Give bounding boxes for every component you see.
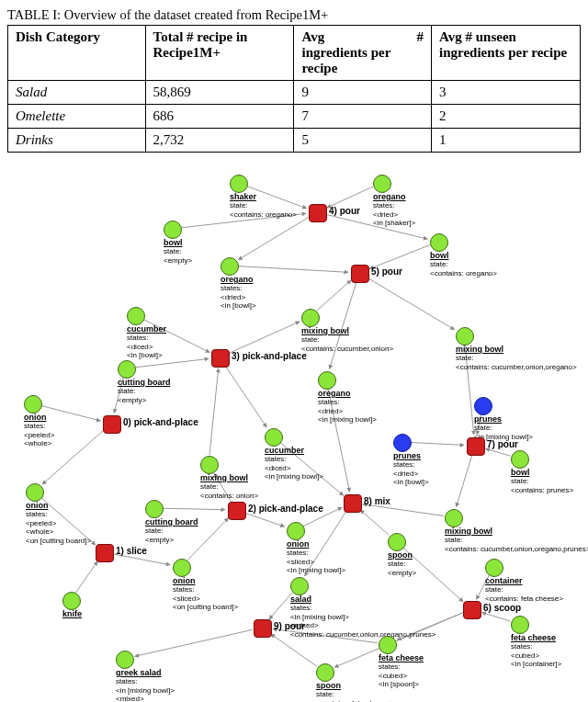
dataset-table: Dish Category Total # recipe in Recipe1M… (7, 25, 581, 153)
svg-line-4 (238, 217, 309, 260)
action-square-icon (228, 502, 246, 520)
object-dot-icon (127, 307, 145, 325)
svg-line-26 (411, 442, 464, 445)
object-label: containerstate:<contains: feta cheese> (485, 577, 563, 603)
action-label: 3) pick-and-place (232, 352, 307, 362)
object-label: feta cheesestates:<cubed><in [container]… (511, 634, 561, 669)
object-dot-icon (373, 175, 391, 193)
action-square-icon (351, 265, 369, 283)
svg-line-37 (481, 613, 510, 622)
cell-avg-ing: 7 (294, 105, 432, 129)
svg-line-23 (244, 513, 284, 526)
object-label: onionstates:<sliced><in [mixing bowl]> (287, 540, 345, 575)
object-dot-icon (118, 360, 136, 379)
th-total-recipe: Total # recipe in Recipe1M+ (145, 26, 294, 81)
svg-line-6 (238, 266, 348, 273)
svg-line-13 (228, 322, 300, 354)
action-label: 0) pick-and-place (123, 418, 198, 428)
cell-avg-unseen: 3 (432, 81, 581, 105)
object-label: knife (62, 610, 82, 618)
svg-line-33 (360, 510, 389, 536)
object-dot-icon (200, 456, 219, 474)
svg-line-43 (271, 634, 317, 666)
action-square-icon (103, 415, 121, 434)
object-label: bowlstate:<empty> (164, 239, 192, 265)
object-label: cutting boardstate:<empty> (145, 518, 198, 544)
svg-line-12 (209, 368, 219, 455)
action-label: 9) pour (274, 622, 305, 632)
action-label: 6) scoop (483, 604, 521, 614)
action-square-icon (309, 204, 327, 222)
object-dot-icon (230, 175, 248, 193)
cell-category: Drinks (8, 129, 146, 153)
cell-total: 2,732 (145, 129, 294, 153)
th-avg-ingredients: Avg# ingredients per recipe (294, 26, 432, 81)
object-label: cutting boardstate:<empty> (118, 379, 171, 404)
action-square-icon (96, 544, 114, 562)
svg-line-44 (135, 629, 254, 656)
svg-line-22 (163, 508, 225, 510)
object-dot-icon (62, 592, 81, 610)
svg-line-14 (225, 365, 267, 427)
object-dot-icon (26, 483, 44, 502)
object-label: bowlstate:<contains: oregano> (430, 252, 497, 277)
action-square-icon (463, 601, 481, 619)
table-header-row: Dish Category Total # recipe in Recipe1M… (8, 26, 581, 81)
action-label: 2) pick-and-place (248, 504, 323, 515)
cell-avg-ing: 9 (294, 81, 432, 105)
th-dish-category: Dish Category (8, 26, 146, 81)
object-dot-icon (290, 577, 309, 595)
object-label: saladstates:<in [mixing bowl]><mixed><co… (290, 595, 435, 639)
action-label: 4) pour (329, 207, 360, 217)
svg-line-7 (316, 280, 351, 311)
object-label: shakerstate:<contains: oregano> (230, 193, 297, 219)
cell-avg-ing: 5 (294, 129, 432, 153)
object-label: spoonstate:<contains: feta cheese> (316, 682, 394, 702)
object-dot-icon (265, 428, 283, 447)
object-dot-icon (116, 651, 134, 669)
table-row: Omelette68672 (8, 105, 581, 129)
action-square-icon (467, 437, 485, 456)
object-dot-icon (145, 500, 164, 518)
object-dot-icon (511, 450, 529, 469)
action-square-icon (254, 619, 272, 638)
action-label: 1) slice (116, 547, 147, 557)
object-dot-icon (301, 309, 320, 327)
table-row: Salad58,86993 (8, 81, 581, 105)
object-label: onionstates:<peeled><whole> (24, 413, 54, 448)
object-dot-icon (318, 371, 336, 390)
svg-line-27 (486, 448, 511, 456)
object-dot-icon (379, 636, 397, 654)
object-dot-icon (173, 559, 191, 577)
table-row: Drinks2,73251 (8, 129, 581, 153)
object-label: mixing bowlstate:<contains: cucumber,oni… (445, 527, 588, 553)
object-dot-icon (316, 663, 334, 682)
object-label: onionstates:<peeled><whole><on [cutting … (26, 502, 91, 545)
cell-total: 58,869 (145, 81, 294, 105)
object-dot-icon (220, 257, 239, 276)
object-dot-icon (474, 397, 492, 415)
object-dot-icon (388, 533, 406, 551)
action-label: 8) mix (364, 497, 390, 507)
cell-category: Omelette (8, 105, 146, 129)
task-tree-figure: shakerstate:<contains: oregano>oreganost… (7, 162, 581, 702)
object-label: cucumberstates:<diced><in [mixing bowl]> (265, 447, 323, 481)
object-dot-icon (287, 522, 305, 540)
cell-total: 686 (145, 105, 294, 129)
svg-line-1 (327, 187, 373, 208)
th-avg-unseen: Avg # unseen ingredients per recipe (432, 26, 581, 81)
object-label: greek saladstates:<in [mixing bowl]><mix… (116, 669, 301, 702)
object-label: bowlstate:<contains: prunes> (511, 469, 573, 494)
object-dot-icon (511, 616, 529, 634)
object-dot-icon (456, 327, 474, 345)
cell-avg-unseen: 2 (432, 105, 581, 129)
object-label: oreganostates:<dried><in [mixing bowl]> (318, 390, 377, 425)
action-label: 5) pour (371, 267, 402, 277)
action-label: 7) pour (487, 440, 518, 450)
svg-line-19 (76, 561, 97, 593)
object-label: cucumberstates:<diced><in [bowl]> (127, 325, 166, 360)
object-label: mixing bowlstate:<contains: onion> (200, 474, 258, 500)
svg-line-41 (269, 593, 293, 619)
object-label: prunesstates:<dried><in [bowl]> (393, 452, 429, 487)
table-caption: TABLE I: Overview of the dataset created… (7, 7, 581, 23)
